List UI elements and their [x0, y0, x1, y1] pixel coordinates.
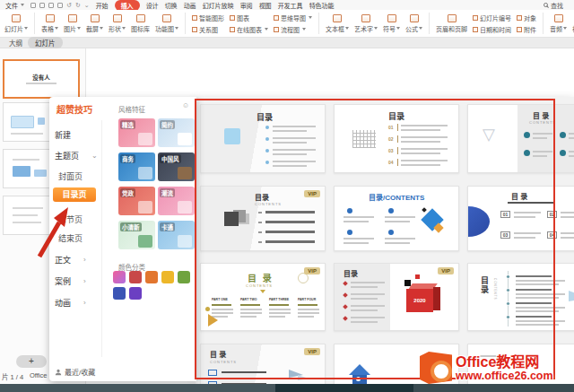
mind-map-icon [274, 15, 279, 21]
slide-number-icon [473, 15, 478, 21]
tab-view[interactable]: 视图 [259, 1, 272, 10]
menu-item-theme-page[interactable]: 主题页⌄ [55, 150, 98, 161]
word-art-icon [361, 14, 370, 22]
popup-header: 超赞技巧 [57, 102, 92, 116]
menu-item-cover-page[interactable]: 封面页 [58, 170, 83, 182]
tab-transition[interactable]: 切换 [165, 1, 178, 10]
smart-graphics-icon [192, 15, 197, 21]
relation-diagram-icon [192, 27, 197, 32]
ribbon-date-time-button[interactable]: 日期和时间 [473, 25, 511, 34]
new-file-icon[interactable] [30, 3, 36, 8]
style-section-label: 风格特征 [118, 104, 145, 114]
more-icon[interactable]: ⌄ [84, 3, 90, 8]
ribbon-chart-button[interactable]: 图表 [230, 13, 268, 22]
ribbon-mind-map-button[interactable]: 思维导图 [274, 13, 312, 22]
swatch-red[interactable] [129, 271, 142, 283]
tab-animation[interactable]: 动画 [184, 1, 196, 10]
category-minimal[interactable]: 简约 [158, 118, 195, 147]
tab-features[interactable]: 特色功能 [309, 1, 335, 10]
print-icon[interactable] [48, 3, 54, 8]
tab-home[interactable]: 开始 [96, 1, 109, 10]
save-icon[interactable] [39, 3, 45, 8]
table-icon [46, 14, 55, 22]
shapes-icon [113, 14, 122, 22]
annotation-arrow [32, 201, 79, 260]
ribbon-screenshot-button[interactable]: 截屏 [83, 14, 106, 33]
ribbon-audio-button[interactable]: 音频 [547, 14, 570, 33]
ribbon-attachment-button[interactable]: 附件 [517, 25, 536, 34]
ribbon-formula-button[interactable]: 公式 [403, 14, 425, 33]
slide-icon [12, 14, 21, 22]
ribbon-slide-number-button[interactable]: 幻灯片编号 [473, 13, 511, 22]
ribbon-relation-diagram-button[interactable]: 关系图 [192, 25, 224, 34]
insert-ribbon: 幻灯片 表格 图片 截屏 形状 图标库 功能图 智能图形 关系图 图表 在线图表… [0, 10, 574, 38]
category-trendy[interactable]: 潮流 [158, 187, 195, 215]
swatch-purple[interactable] [129, 287, 142, 300]
tab-design[interactable]: 设计 [146, 1, 159, 10]
swatch-pink[interactable] [113, 271, 126, 283]
date-time-icon [473, 27, 478, 32]
picture-icon [68, 14, 77, 22]
menu-item-animation[interactable]: 动画› [55, 297, 86, 309]
ribbon-word-art-button[interactable]: 艺术字 [352, 14, 380, 33]
panel-tab-bar: 大纲 幻灯片 [0, 38, 574, 48]
ribbon-smart-graphics-button[interactable]: 智能图形 [192, 13, 224, 22]
icon-library-icon [136, 14, 145, 22]
category-cartoon[interactable]: 卡通 [158, 221, 195, 249]
menu-item-new[interactable]: 新建 [55, 129, 71, 141]
taskbar[interactable] [0, 384, 574, 392]
chevron-right-icon: › [83, 256, 86, 264]
audio-icon [554, 14, 563, 22]
file-menu[interactable]: 文件 [5, 1, 24, 10]
ribbon-function-diagram-button[interactable]: 功能图 [152, 14, 181, 33]
ribbon-shapes-button[interactable]: 形状 [106, 14, 128, 33]
paper-plane-graphic [569, 291, 574, 301]
ribbon-picture-button[interactable]: 图片 [61, 14, 83, 33]
menu-item-toc-page[interactable]: 目录页 [53, 187, 96, 202]
category-fresh[interactable]: 小清新 [118, 221, 155, 249]
symbol-icon [387, 14, 396, 22]
ribbon-text-box-button[interactable]: 文本框 [323, 14, 352, 33]
ribbon-icon-library-button[interactable]: 图标库 [128, 14, 152, 33]
flowchart-icon [274, 27, 279, 32]
tab-devtools[interactable]: 开发工具 [278, 1, 303, 10]
ribbon-online-chart-button[interactable]: 在线图表 [230, 25, 268, 34]
ribbon-new-slide-button[interactable]: 幻灯片 [2, 14, 30, 33]
ribbon-table-button[interactable]: 表格 [39, 14, 61, 33]
office-logo-icon [420, 352, 452, 384]
tab-outline[interactable]: 大纲 [9, 38, 22, 48]
swatch-green[interactable] [178, 271, 190, 283]
search-box[interactable]: 查找 [544, 1, 563, 10]
category-party-gov[interactable]: 党政 [118, 187, 155, 215]
category-chinese-style[interactable]: 中国风 [158, 152, 195, 181]
recent-favorites-button[interactable]: 最近/收藏 [55, 367, 95, 377]
redo-icon[interactable]: ↻ [75, 3, 81, 8]
ribbon-video-button[interactable]: 视频 [570, 14, 574, 33]
slide-thumbnail-1[interactable]: 没有人 [3, 59, 80, 99]
ribbon-flowchart-button[interactable]: 流程图 [274, 25, 312, 34]
ribbon-header-footer-button[interactable]: 页眉和页脚 [433, 14, 470, 33]
preview-icon[interactable] [57, 3, 63, 8]
swatch-orange[interactable] [145, 271, 158, 283]
menu-item-case[interactable]: 案例› [55, 275, 86, 287]
undo-icon[interactable]: ↺ [66, 3, 72, 8]
swatch-yellow[interactable] [161, 271, 174, 283]
quick-access-toolbar: ↺ ↻ ⌄ [30, 3, 90, 8]
category-featured[interactable]: 精选 [118, 118, 155, 147]
attachment-icon [517, 27, 522, 32]
swatch-blue[interactable] [113, 287, 126, 300]
ribbon-object-button[interactable]: 对象 [517, 13, 536, 22]
category-business[interactable]: 商务 [118, 152, 155, 181]
online-chart-icon [230, 27, 235, 32]
search-icon [544, 3, 548, 7]
ribbon-symbol-button[interactable]: 符号 [380, 14, 403, 33]
add-slide-button[interactable]: + [16, 355, 47, 368]
tab-review[interactable]: 审阅 [240, 1, 253, 10]
tab-insert[interactable]: 插入 [115, 0, 140, 11]
watermark-url: www.office26.com [456, 370, 553, 382]
tab-slides[interactable]: 幻灯片 [28, 37, 63, 48]
chart-icon [230, 15, 235, 21]
smiley-icon[interactable]: ☺ [182, 101, 189, 109]
menu-bar: 文件 ↺ ↻ ⌄ 开始 插入 设计 切换 动画 幻灯片放映 审阅 视图 开发工具… [0, 0, 574, 10]
tab-slideshow[interactable]: 幻灯片放映 [203, 1, 234, 10]
